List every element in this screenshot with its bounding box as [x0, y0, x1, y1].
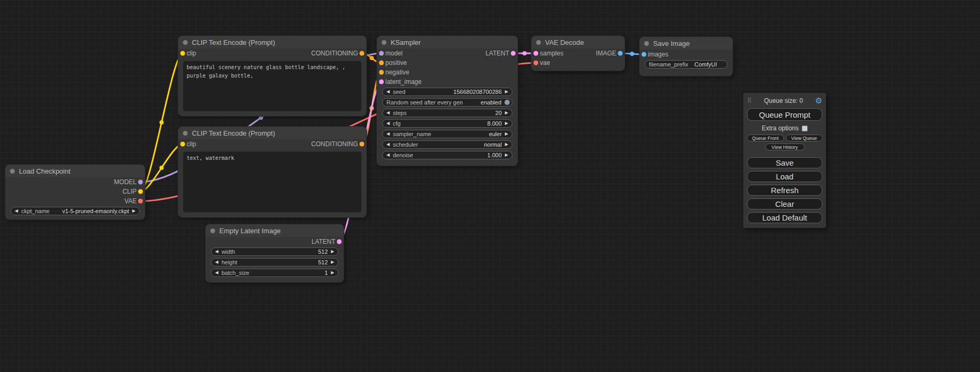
denoise-stepper[interactable]: ◀ denoise 1.000 ▶ [382, 151, 512, 159]
node-empty-latent-image[interactable]: Empty Latent Image LATENT ◀ width 512 ▶ … [206, 224, 344, 282]
random-seed-toggle[interactable]: Random seed after every gen enabled [382, 98, 512, 107]
load-button[interactable]: Load [747, 171, 822, 182]
node-titlebar[interactable]: VAE Decode [531, 36, 625, 49]
scheduler-combo[interactable]: ◀ scheduler normal ▶ [382, 140, 512, 149]
queue-panel[interactable]: ⠿ Queue size: 0 ⚙ Queue Prompt Extra opt… [743, 93, 826, 228]
slot-label: model [385, 50, 403, 57]
collapse-dot[interactable] [536, 40, 541, 45]
view-history-button[interactable]: View History [765, 144, 804, 150]
prev-arrow-icon[interactable]: ◀ [386, 142, 390, 147]
output-port-latent[interactable] [337, 240, 342, 244]
node-vae-decode[interactable]: VAE Decode samples IMAGE vae [531, 36, 625, 71]
widget-value: 512 [318, 249, 327, 255]
increment-arrow-icon[interactable]: ▶ [331, 260, 334, 264]
positive-prompt-textarea[interactable]: beautiful scenery nature glass bottle la… [183, 61, 362, 111]
node-titlebar[interactable]: Load Checkpoint [5, 165, 145, 177]
output-port-conditioning[interactable] [360, 142, 364, 147]
cfg-stepper[interactable]: ◀ cfg 8.000 ▶ [382, 119, 512, 128]
queue-front-button[interactable]: Queue Front [747, 135, 784, 141]
decrement-arrow-icon[interactable]: ◀ [386, 90, 390, 94]
increment-arrow-icon[interactable]: ▶ [505, 121, 508, 126]
increment-arrow-icon[interactable]: ▶ [331, 271, 334, 275]
input-port-samples[interactable] [533, 51, 538, 56]
input-slot-images[interactable]: images [639, 50, 733, 59]
toggle-knob[interactable] [504, 100, 510, 105]
ckpt-name-combo[interactable]: ◀ ckpt_name v1-5-pruned-emaonly.ckpt ▶ [11, 207, 140, 215]
output-slot-model[interactable]: MODEL [5, 177, 145, 187]
drag-handle-icon[interactable]: ⠿ [747, 97, 752, 104]
comfyui-canvas[interactable]: { "type_colors": { "MODEL": "#B39DDB", "… [0, 0, 980, 372]
seed-stepper[interactable]: ◀ seed 156680208700286 ▶ [382, 88, 512, 96]
increment-arrow-icon[interactable]: ▶ [331, 250, 334, 254]
node-save-image[interactable]: Save Image images filename_prefix ComfyU… [639, 37, 733, 76]
decrement-arrow-icon[interactable]: ◀ [386, 111, 390, 115]
output-slot-latent[interactable]: LATENT [206, 237, 344, 246]
node-load-checkpoint[interactable]: Load Checkpoint MODEL CLIP VAE ◀ ckpt_na… [5, 165, 145, 220]
input-port-clip[interactable] [180, 142, 185, 147]
output-port-image[interactable] [618, 51, 623, 56]
input-slot-positive[interactable]: positive [377, 58, 518, 68]
input-port-images[interactable] [642, 52, 646, 57]
decrement-arrow-icon[interactable]: ◀ [386, 121, 390, 126]
decrement-arrow-icon[interactable]: ◀ [215, 271, 218, 275]
input-port-negative[interactable] [379, 70, 384, 75]
prev-arrow-icon[interactable]: ◀ [15, 209, 18, 213]
node-ksampler[interactable]: KSampler model LATENT positive negative … [377, 36, 518, 166]
negative-prompt-textarea[interactable]: text, watermark [183, 151, 362, 213]
height-stepper[interactable]: ◀ height 512 ▶ [211, 258, 338, 266]
output-slot-vae[interactable]: VAE [5, 196, 145, 206]
next-arrow-icon[interactable]: ▶ [505, 132, 508, 136]
output-port-model[interactable] [138, 180, 143, 185]
node-clip-text-encode-positive[interactable]: CLIP Text Encode (Prompt) clip CONDITION… [178, 36, 366, 116]
decrement-arrow-icon[interactable]: ◀ [215, 250, 218, 254]
settings-gear-icon[interactable]: ⚙ [816, 97, 822, 104]
output-port-conditioning[interactable] [360, 51, 364, 56]
increment-arrow-icon[interactable]: ▶ [505, 111, 508, 115]
decrement-arrow-icon[interactable]: ◀ [386, 153, 390, 157]
next-arrow-icon[interactable]: ▶ [505, 142, 508, 147]
node-titlebar[interactable]: Save Image [639, 37, 733, 50]
sampler-name-combo[interactable]: ◀ sampler_name euler ▶ [382, 130, 512, 138]
decrement-arrow-icon[interactable]: ◀ [215, 260, 218, 264]
refresh-button[interactable]: Refresh [747, 185, 822, 196]
view-queue-button[interactable]: View Queue [786, 135, 823, 141]
slot-label: VAE [124, 197, 137, 205]
queue-prompt-button[interactable]: Queue Prompt [747, 108, 822, 121]
output-port-vae[interactable] [138, 199, 143, 204]
extra-options-checkbox[interactable] [802, 126, 808, 131]
queue-size-label: Queue size: 0 [752, 97, 816, 104]
input-port-latent-image[interactable] [379, 80, 384, 84]
input-port-vae[interactable] [533, 61, 538, 65]
node-titlebar[interactable]: KSampler [377, 36, 518, 49]
output-slot-clip[interactable]: CLIP [5, 187, 145, 196]
collapse-dot[interactable] [183, 131, 188, 136]
node-titlebar[interactable]: CLIP Text Encode (Prompt) [178, 36, 366, 49]
node-titlebar[interactable]: Empty Latent Image [206, 224, 344, 237]
collapse-dot[interactable] [210, 228, 215, 233]
node-clip-text-encode-negative[interactable]: CLIP Text Encode (Prompt) clip CONDITION… [178, 127, 366, 217]
collapse-dot[interactable] [382, 40, 386, 45]
load-default-button[interactable]: Load Default [747, 212, 822, 223]
input-slot-negative[interactable]: negative [377, 68, 518, 77]
steps-stepper[interactable]: ◀ steps 20 ▶ [382, 109, 512, 117]
collapse-dot[interactable] [10, 169, 15, 174]
filename-prefix-field[interactable]: filename_prefix ComfyUI [645, 60, 727, 69]
batch-size-stepper[interactable]: ◀ batch_size 1 ▶ [211, 269, 338, 277]
collapse-dot[interactable] [644, 41, 649, 46]
clear-button[interactable]: Clear [747, 198, 822, 209]
input-port-model[interactable] [379, 51, 384, 56]
input-slot-vae[interactable]: vae [531, 58, 625, 68]
increment-arrow-icon[interactable]: ▶ [505, 153, 508, 157]
input-port-positive[interactable] [379, 61, 384, 65]
width-stepper[interactable]: ◀ width 512 ▶ [211, 247, 338, 256]
input-port-clip[interactable] [180, 51, 185, 56]
output-port-latent[interactable] [511, 51, 516, 56]
collapse-dot[interactable] [183, 40, 188, 45]
next-arrow-icon[interactable]: ▶ [132, 209, 135, 213]
increment-arrow-icon[interactable]: ▶ [505, 90, 508, 94]
output-port-clip[interactable] [138, 189, 143, 194]
save-button[interactable]: Save [747, 157, 822, 168]
input-slot-latent-image[interactable]: latent_image [377, 77, 518, 87]
node-titlebar[interactable]: CLIP Text Encode (Prompt) [178, 127, 366, 139]
prev-arrow-icon[interactable]: ◀ [386, 132, 390, 136]
